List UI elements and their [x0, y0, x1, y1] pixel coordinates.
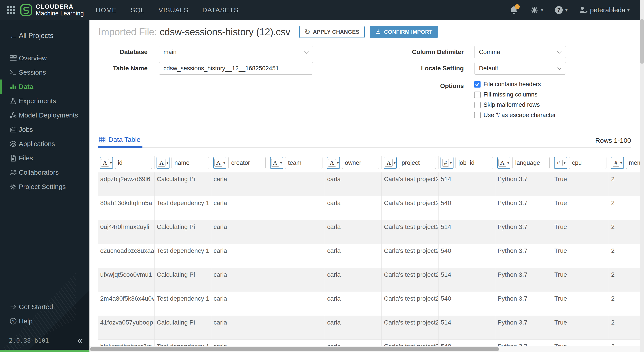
chevron-down-icon: ▾	[224, 161, 225, 165]
collapse-sidebar-icon[interactable]: «	[77, 336, 83, 345]
experiments-icon	[10, 97, 19, 105]
column-name-input-name[interactable]	[172, 157, 209, 169]
table-tabbar: Data Table Rows 1-100	[98, 134, 631, 148]
table-row: 41fozva057yuboqpCalculating Picarlacarla…	[98, 316, 640, 340]
option-use-as-escape-character[interactable]: Use '\' as escape character	[474, 112, 556, 119]
column-type-button-name[interactable]: A▾	[156, 157, 170, 169]
chevron-down-icon: ▾	[627, 7, 630, 13]
nav-datasets[interactable]: DATASETS	[202, 6, 238, 14]
option-checkbox[interactable]	[474, 112, 480, 118]
sidebar-item-all-projects[interactable]: ← All Projects	[0, 29, 90, 43]
column-name-input-cpu[interactable]	[569, 157, 606, 169]
vertical-scrollbar[interactable]	[640, 0, 644, 352]
settings-menu-button[interactable]: ▾	[530, 5, 543, 14]
options-label: Options	[358, 82, 464, 90]
help-menu-button[interactable]: ? ▾	[554, 5, 568, 14]
column-name-input-id[interactable]	[115, 157, 152, 169]
column-type-button-language[interactable]: A▾	[497, 157, 510, 169]
database-value: main	[164, 49, 177, 56]
column-name-input-language[interactable]	[512, 157, 550, 169]
chevron-down-icon: ▾	[394, 161, 396, 165]
svg-text:?: ?	[557, 7, 560, 13]
locale-setting-select[interactable]: Default	[474, 62, 566, 75]
confirm-import-button[interactable]: CONFIRM IMPORT	[370, 26, 438, 38]
horizontal-scrollbar[interactable]	[90, 346, 640, 352]
column-type-button-job-id[interactable]: #▾	[440, 157, 454, 169]
overview-icon	[10, 54, 19, 62]
gear-icon	[530, 5, 539, 14]
option-checkbox[interactable]	[474, 92, 480, 98]
apply-changes-button[interactable]: ↻ APPLY CHANGES	[299, 26, 365, 38]
app-window: CLOUDERA Machine Learning HOMESQLVISUALS…	[0, 0, 644, 352]
sidebar-item-help[interactable]: ?Help	[0, 314, 90, 328]
column-type-icon: T/F	[556, 160, 562, 166]
option-checkbox[interactable]	[474, 102, 480, 108]
option-checkbox[interactable]	[474, 81, 480, 88]
cell-creator: carla	[211, 292, 268, 316]
option-fill-missing-columns[interactable]: Fill missing columns	[474, 91, 556, 98]
sidebar-item-sessions[interactable]: Sessions	[0, 65, 90, 80]
cell-memory: 2	[609, 316, 640, 340]
table-row: ufxwjqt5coo0vmu1Calculating Picarlacarla…	[98, 268, 640, 292]
sidebar-item-overview[interactable]: Overview	[0, 51, 90, 65]
column-name-input-job-id[interactable]	[456, 157, 493, 169]
active-tab-underline	[98, 146, 142, 148]
column-name-input-memory[interactable]	[626, 157, 640, 169]
cell-cpu: True	[552, 244, 609, 268]
chevron-down-icon: ▾	[564, 161, 566, 165]
import-settings-form: Database main Table Name Column Delimite…	[90, 44, 640, 134]
cell-id: c2ucnoadbzc8uxaa	[98, 244, 154, 268]
sidebar-item-applications[interactable]: Applications	[0, 137, 90, 151]
back-arrow-icon: ←	[10, 31, 19, 40]
user-menu-button[interactable]: peterableda ▾	[579, 5, 630, 14]
cell-language: Python 3.7	[495, 244, 552, 268]
nav-home[interactable]: HOME	[96, 6, 117, 14]
sidebar-item-files[interactable]: Files	[0, 151, 90, 165]
nav-sql[interactable]: SQL	[130, 6, 145, 14]
sidebar-item-label: Get Started	[19, 303, 53, 311]
database-select[interactable]: main	[159, 46, 313, 58]
cell-job-id: 540	[438, 292, 495, 316]
column-name-input-creator[interactable]	[228, 157, 266, 169]
notifications-button[interactable]	[509, 5, 519, 15]
cloudera-logo-icon[interactable]	[20, 4, 32, 16]
sidebar-item-experiments[interactable]: Experiments	[0, 94, 90, 108]
sidebar-item-get-started[interactable]: Get Started	[0, 300, 90, 314]
column-type-icon: A	[498, 159, 506, 167]
sidebar-item-model-deployments[interactable]: Model Deployments	[0, 108, 90, 122]
column-delimiter-select[interactable]: Comma	[474, 46, 566, 58]
column-name-input-team[interactable]	[285, 157, 322, 169]
sidebar-item-data[interactable]: Data	[0, 80, 90, 94]
sidebar-item-project-settings[interactable]: Project Settings	[0, 179, 90, 194]
column-type-button-project[interactable]: A▾	[384, 157, 397, 169]
sidebar-item-jobs[interactable]: Jobs	[0, 122, 90, 137]
chevron-down-icon: ▾	[565, 7, 568, 13]
apps-grid-icon[interactable]	[7, 5, 16, 14]
column-type-button-owner[interactable]: A▾	[327, 157, 340, 169]
sidebar-item-collaborators[interactable]: Collaborators	[0, 165, 90, 179]
arrow-right-icon	[10, 303, 19, 311]
nav-visuals[interactable]: VISUALS	[158, 6, 188, 14]
table-name-input[interactable]	[159, 62, 313, 75]
option-skip-malformed-rows[interactable]: Skip malformed rows	[474, 101, 556, 108]
column-type-button-cpu[interactable]: T/F▾	[554, 157, 567, 169]
sidebar-item-label: Data	[19, 83, 33, 90]
column-type-button-id[interactable]: A▾	[100, 157, 113, 169]
header-buttons: ↻ APPLY CHANGES CONFIRM IMPORT	[299, 26, 438, 38]
column-header-creator: A▾	[211, 156, 268, 169]
horizontal-scrollbar-thumb[interactable]	[90, 347, 499, 351]
tab-data-table[interactable]: Data Table	[98, 136, 148, 143]
column-type-button-team[interactable]: A▾	[270, 157, 283, 169]
option-file-contains-headers[interactable]: File contains headers	[474, 81, 556, 88]
column-name-input-owner[interactable]	[342, 157, 379, 169]
cell-name: Test dependency 1	[154, 292, 211, 316]
chevron-down-icon: ▾	[450, 161, 452, 165]
column-name-input-project[interactable]	[399, 157, 436, 169]
page-title-prefix: Imported File:	[98, 26, 157, 37]
vertical-scrollbar-thumb[interactable]	[640, 19, 644, 64]
column-type-button-memory[interactable]: #▾	[611, 157, 624, 169]
cell-language: Python 3.7	[495, 220, 552, 244]
cell-memory: 2	[609, 173, 640, 196]
sidebar-item-label: Help	[19, 317, 33, 325]
column-type-button-creator[interactable]: A▾	[213, 157, 226, 169]
